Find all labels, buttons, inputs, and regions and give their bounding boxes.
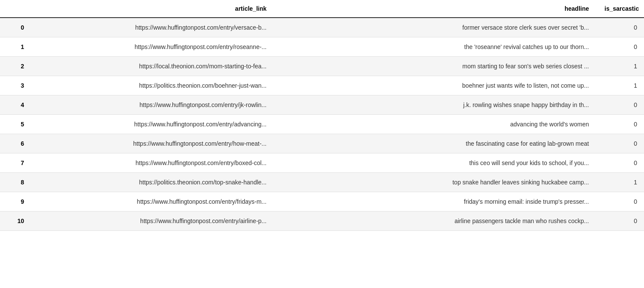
- cell-headline: advancing the world's women: [284, 115, 598, 134]
- cell-index: 2: [0, 57, 34, 76]
- cell-headline: friday's morning email: inside trump's p…: [284, 192, 598, 211]
- cell-article-link: https://politics.theonion.com/boehner-ju…: [34, 76, 284, 95]
- cell-is-sarcastic: 0: [598, 18, 644, 37]
- cell-headline: the 'roseanne' revival catches up to our…: [284, 37, 598, 57]
- cell-headline: former versace store clerk sues over sec…: [284, 18, 598, 37]
- table-row: 3https://politics.theonion.com/boehner-j…: [0, 76, 644, 95]
- cell-headline: mom starting to fear son's web series cl…: [284, 57, 598, 76]
- cell-headline: boehner just wants wife to listen, not c…: [284, 76, 598, 95]
- cell-is-sarcastic: 0: [598, 192, 644, 211]
- cell-is-sarcastic: 0: [598, 95, 644, 115]
- cell-article-link: https://www.huffingtonpost.com/entry/air…: [34, 211, 284, 231]
- cell-is-sarcastic: 0: [598, 115, 644, 134]
- cell-article-link: https://local.theonion.com/mom-starting-…: [34, 57, 284, 76]
- cell-article-link: https://www.huffingtonpost.com/entry/how…: [34, 134, 284, 153]
- cell-is-sarcastic: 0: [598, 211, 644, 231]
- cell-index: 5: [0, 115, 34, 134]
- cell-headline: j.k. rowling wishes snape happy birthday…: [284, 95, 598, 115]
- cell-is-sarcastic: 1: [598, 173, 644, 192]
- cell-article-link: https://www.huffingtonpost.com/entry/box…: [34, 153, 284, 173]
- cell-article-link: https://www.huffingtonpost.com/entry/adv…: [34, 115, 284, 134]
- column-header-headline: headline: [284, 0, 598, 18]
- table-row: 0https://www.huffingtonpost.com/entry/ve…: [0, 18, 644, 37]
- column-header-article-link: article_link: [34, 0, 284, 18]
- table-row: 1https://www.huffingtonpost.com/entry/ro…: [0, 37, 644, 57]
- cell-is-sarcastic: 0: [598, 37, 644, 57]
- cell-is-sarcastic: 0: [598, 153, 644, 173]
- table-row: 7https://www.huffingtonpost.com/entry/bo…: [0, 153, 644, 173]
- cell-headline: the fascinating case for eating lab-grow…: [284, 134, 598, 153]
- table-row: 5https://www.huffingtonpost.com/entry/ad…: [0, 115, 644, 134]
- column-header-index: [0, 0, 34, 18]
- column-header-is-sarcastic: is_sarcastic: [598, 0, 644, 18]
- cell-article-link: https://www.huffingtonpost.com/entry/ver…: [34, 18, 284, 37]
- table-row: 9https://www.huffingtonpost.com/entry/fr…: [0, 192, 644, 211]
- cell-index: 10: [0, 211, 34, 231]
- cell-index: 4: [0, 95, 34, 115]
- data-table: article_link headline is_sarcastic 0http…: [0, 0, 644, 231]
- cell-article-link: https://www.huffingtonpost.com/entry/ros…: [34, 37, 284, 57]
- table-row: 4https://www.huffingtonpost.com/entry/jk…: [0, 95, 644, 115]
- cell-article-link: https://www.huffingtonpost.com/entry/fri…: [34, 192, 284, 211]
- cell-article-link: https://politics.theonion.com/top-snake-…: [34, 173, 284, 192]
- table-row: 2https://local.theonion.com/mom-starting…: [0, 57, 644, 76]
- cell-headline: airline passengers tackle man who rushes…: [284, 211, 598, 231]
- cell-headline: this ceo will send your kids to school, …: [284, 153, 598, 173]
- cell-is-sarcastic: 1: [598, 76, 644, 95]
- table-row: 8https://politics.theonion.com/top-snake…: [0, 173, 644, 192]
- cell-index: 0: [0, 18, 34, 37]
- cell-is-sarcastic: 1: [598, 57, 644, 76]
- cell-index: 9: [0, 192, 34, 211]
- cell-index: 7: [0, 153, 34, 173]
- cell-index: 6: [0, 134, 34, 153]
- cell-article-link: https://www.huffingtonpost.com/entry/jk-…: [34, 95, 284, 115]
- data-table-container: article_link headline is_sarcastic 0http…: [0, 0, 644, 288]
- table-header-row: article_link headline is_sarcastic: [0, 0, 644, 18]
- table-row: 6https://www.huffingtonpost.com/entry/ho…: [0, 134, 644, 153]
- cell-is-sarcastic: 0: [598, 134, 644, 153]
- cell-index: 1: [0, 37, 34, 57]
- cell-index: 3: [0, 76, 34, 95]
- cell-index: 8: [0, 173, 34, 192]
- table-row: 10https://www.huffingtonpost.com/entry/a…: [0, 211, 644, 231]
- cell-headline: top snake handler leaves sinking huckabe…: [284, 173, 598, 192]
